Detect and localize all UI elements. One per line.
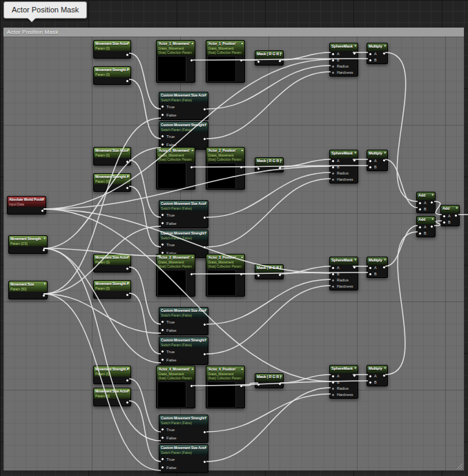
collapse-arrow-icon[interactable]: ▴ [241, 366, 243, 371]
input-pin-b[interactable] [369, 59, 372, 62]
output-pin[interactable] [126, 53, 129, 57]
output-pin[interactable] [190, 166, 193, 169]
input-pin-false[interactable] [161, 436, 164, 439]
dropdown-arrow-icon[interactable]: ▾ [127, 174, 129, 179]
input-pin-false[interactable] [161, 221, 164, 225]
output-pin[interactable] [42, 294, 46, 297]
input-pin-a[interactable] [418, 226, 422, 229]
dropdown-arrow-icon[interactable]: ▾ [354, 43, 356, 48]
node-absolute-world-position[interactable]: Absolute World PositionInput Data▾ [7, 196, 46, 215]
output-pin[interactable] [203, 246, 206, 249]
dropdown-arrow-icon[interactable]: ▾ [127, 388, 129, 393]
input-pin-true[interactable] [161, 213, 164, 217]
node-custom-movement-strenght-actor-4[interactable]: Custom Movement Strenght Actor 4Switch P… [159, 415, 208, 443]
output-pin[interactable] [190, 59, 193, 62]
input-pin-radius[interactable] [331, 387, 335, 390]
input-pin-false[interactable] [161, 113, 164, 117]
dropdown-arrow-icon[interactable]: ▾ [456, 206, 458, 210]
input-pin-true[interactable] [161, 320, 164, 324]
input-pin-a[interactable] [331, 159, 335, 163]
dropdown-arrow-icon[interactable]: ▾ [127, 41, 129, 46]
output-pin[interactable] [240, 166, 243, 169]
dropdown-arrow-icon[interactable]: ▾ [43, 236, 46, 241]
output-pin[interactable] [203, 430, 206, 434]
input-pin-a[interactable] [369, 266, 372, 270]
dropdown-arrow-icon[interactable]: ▾ [384, 150, 386, 155]
dropdown-arrow-icon[interactable]: ▾ [280, 158, 282, 163]
dropdown-arrow-icon[interactable]: ▾ [354, 150, 356, 155]
output-pin[interactable] [382, 52, 386, 55]
output-pin[interactable] [278, 166, 282, 170]
node-actor-1-position[interactable]: 'Actor_1_Position'Grass_Movement(float) … [206, 40, 245, 83]
output-pin[interactable] [454, 214, 458, 217]
input-pin-a[interactable] [331, 266, 335, 270]
input-pin-b[interactable] [369, 166, 372, 169]
collapse-arrow-icon[interactable]: ▴ [241, 255, 243, 259]
output-pin[interactable] [190, 384, 193, 388]
output-pin[interactable] [126, 160, 129, 163]
input-pin-radius[interactable] [331, 279, 335, 282]
node-multiply-3[interactable]: Multiply▾AB [367, 257, 388, 278]
input-pin-a[interactable] [369, 159, 372, 163]
output-pin[interactable] [382, 374, 386, 377]
input-pin[interactable] [257, 383, 260, 386]
input-pin-true[interactable] [161, 428, 164, 431]
input-pin-b[interactable] [331, 59, 335, 62]
input-pin-b[interactable] [418, 232, 422, 235]
input-pin-hardness[interactable] [331, 393, 335, 397]
output-pin[interactable] [353, 52, 356, 55]
dropdown-arrow-icon[interactable]: ▾ [43, 281, 46, 286]
dropdown-arrow-icon[interactable]: ▾ [204, 230, 206, 235]
node-add-1[interactable]: Add▾AB [416, 192, 436, 213]
output-pin[interactable] [353, 374, 356, 377]
input-pin-a[interactable] [369, 375, 372, 378]
input-pin-b[interactable] [331, 381, 335, 384]
node-custom-movement-strenght-actor-1[interactable]: Custom Movement Strenght Actor 1Switch P… [159, 121, 208, 150]
dropdown-arrow-icon[interactable]: ▾ [204, 415, 206, 420]
input-pin-b[interactable] [418, 208, 422, 211]
output-pin[interactable] [126, 379, 129, 382]
input-pin-false[interactable] [161, 328, 164, 332]
node-spheremask-2[interactable]: SphereMask▾ABRadiusHardness [329, 150, 358, 184]
node-movement-strenght-actor-4[interactable]: Movement Strenght Actor 4Param (0)▾ [93, 366, 131, 384]
input-pin-b[interactable] [369, 381, 372, 384]
input-pin-a[interactable] [331, 375, 335, 378]
dropdown-arrow-icon[interactable]: ▾ [384, 366, 386, 370]
input-pin-true[interactable] [161, 105, 164, 108]
collapse-arrow-icon[interactable]: ▴ [241, 41, 243, 46]
collapse-arrow-icon[interactable]: ▴ [191, 255, 193, 259]
output-pin[interactable] [126, 186, 129, 190]
output-pin[interactable] [126, 401, 129, 404]
dropdown-arrow-icon[interactable]: ▾ [431, 217, 433, 221]
output-pin[interactable] [203, 353, 206, 356]
dropdown-arrow-icon[interactable]: ▾ [354, 366, 356, 370]
input-pin-hardness[interactable] [331, 71, 335, 75]
node-mask-4[interactable]: Mask ( R G B )▾ [255, 373, 284, 388]
output-pin[interactable] [382, 159, 386, 162]
dropdown-arrow-icon[interactable]: ▾ [127, 281, 129, 286]
node-actor-2-position[interactable]: 'Actor_2_Position'Grass_Movement(float) … [206, 147, 245, 190]
input-pin-a[interactable] [418, 201, 422, 205]
node-movement-strenght-actor-2[interactable]: Movement Strenght Actor 2Param (0)▾ [93, 173, 131, 192]
node-movement-size-actor-1[interactable]: Movement Size Actor 1Param (0)▾ [93, 40, 131, 59]
dropdown-arrow-icon[interactable]: ▾ [127, 366, 129, 371]
node-add-2[interactable]: Add▾AB [416, 216, 436, 237]
dropdown-arrow-icon[interactable]: ▾ [204, 445, 206, 450]
input-pin-true[interactable] [161, 457, 164, 461]
dropdown-arrow-icon[interactable]: ▾ [280, 265, 282, 270]
node-mask-2[interactable]: Mask ( R G B )▾ [255, 157, 284, 172]
input-pin-b[interactable] [369, 272, 372, 276]
output-pin[interactable] [42, 248, 46, 252]
input-pin[interactable] [257, 274, 260, 277]
node-movement-strenght-actor-3[interactable]: Movement Strenght Actor 3Param (0)▾ [93, 280, 131, 299]
graph-canvas[interactable]: Absolute World PositionInput Data▾Moveme… [0, 0, 468, 476]
node-custom-movement-size-actor-2[interactable]: Custom Movement Size Actor 2Switch Param… [159, 200, 208, 228]
node-movement-strenght-actor-1[interactable]: Movement Strenght Actor 1Param (0)▾ [93, 66, 131, 85]
dropdown-arrow-icon[interactable]: ▾ [127, 67, 129, 72]
node-add-3[interactable]: Add▾AB [440, 205, 460, 226]
output-pin[interactable] [430, 201, 433, 204]
input-pin-false[interactable] [161, 466, 164, 469]
input-pin-b[interactable] [442, 221, 446, 224]
dropdown-arrow-icon[interactable]: ▾ [204, 308, 206, 313]
node-actor-4-position[interactable]: 'Actor_4_Position'Grass_Movement(float) … [206, 366, 245, 408]
